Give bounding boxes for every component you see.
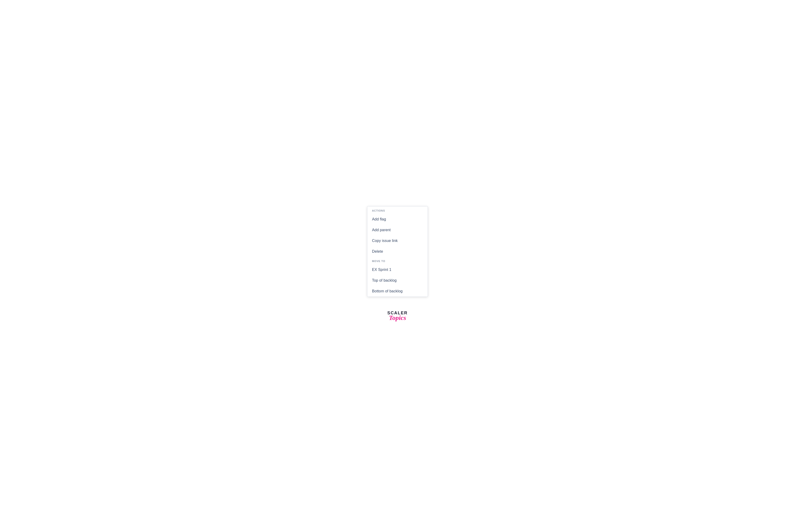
- copy-issue-link-item[interactable]: Copy issue link: [367, 235, 428, 246]
- context-menu: ACTIONS Add flag Add parent Copy issue l…: [367, 206, 428, 297]
- add-parent-item[interactable]: Add parent: [367, 225, 428, 235]
- page-wrapper: ACTIONS Add flag Add parent Copy issue l…: [0, 0, 795, 532]
- scaler-logo: SCALER Topics: [387, 311, 408, 321]
- scaler-topics-wordmark: SCALER Topics: [387, 311, 408, 321]
- actions-section-label: ACTIONS: [367, 206, 428, 214]
- move-to-sprint-item[interactable]: EX Sprint 1: [367, 264, 428, 275]
- move-to-section-label: MOVE TO: [367, 257, 428, 264]
- move-to-top-backlog-item[interactable]: Top of backlog: [367, 275, 428, 286]
- delete-item[interactable]: Delete: [367, 246, 428, 257]
- topics-brand-text: Topics: [389, 315, 406, 321]
- move-to-bottom-backlog-item[interactable]: Bottom of backlog: [367, 286, 428, 297]
- add-flag-item[interactable]: Add flag: [367, 214, 428, 225]
